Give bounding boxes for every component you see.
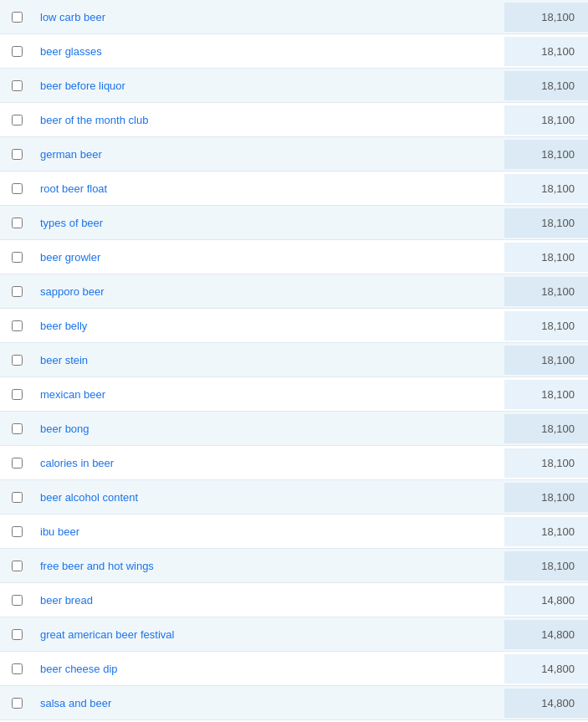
keyword-link[interactable]: types of beer <box>40 217 103 229</box>
keyword-link[interactable]: beer glasses <box>40 45 102 58</box>
row-checkbox[interactable] <box>12 423 23 434</box>
keyword-link[interactable]: beer bread <box>40 594 93 607</box>
keyword-link[interactable]: root beer float <box>40 182 107 195</box>
row-checkbox[interactable] <box>12 218 23 228</box>
checkbox-cell <box>0 320 33 331</box>
row-checkbox[interactable] <box>12 526 23 537</box>
keyword-link[interactable]: free beer and hot wings <box>40 560 154 572</box>
keyword-cell: ibu beer <box>33 517 504 546</box>
keyword-cell: types of beer <box>33 208 504 238</box>
keyword-link[interactable]: mexican beer <box>40 388 105 401</box>
row-checkbox[interactable] <box>12 663 23 674</box>
table-row: beer bong18,100 <box>0 412 588 446</box>
row-checkbox[interactable] <box>12 492 23 503</box>
keyword-cell: low carb beer <box>33 3 504 32</box>
volume-cell: 14,800 <box>504 689 588 718</box>
table-row: beer cheese dip14,800 <box>0 652 588 686</box>
checkbox-cell <box>0 355 33 366</box>
row-checkbox[interactable] <box>12 286 23 297</box>
keyword-link[interactable]: beer alcohol content <box>40 491 138 504</box>
checkbox-cell <box>0 80 33 91</box>
volume-cell: 14,800 <box>504 586 588 615</box>
table-row: types of beer18,100 <box>0 206 588 240</box>
checkbox-cell <box>0 595 33 606</box>
keyword-cell: beer belly <box>33 311 504 341</box>
volume-cell: 18,100 <box>504 380 588 409</box>
volume-cell: 14,800 <box>504 620 588 649</box>
table-row: beer alcohol content18,100 <box>0 480 588 515</box>
checkbox-cell <box>0 526 33 537</box>
table-row: beer glasses18,100 <box>0 34 588 69</box>
volume-cell: 14,800 <box>504 654 588 684</box>
keyword-link[interactable]: calories in beer <box>40 457 114 469</box>
table-row: great american beer festival14,800 <box>0 617 588 652</box>
row-checkbox[interactable] <box>12 183 23 194</box>
table-row: german beer18,100 <box>0 137 588 172</box>
table-row: beer bread14,800 <box>0 583 588 617</box>
keyword-link[interactable]: beer belly <box>40 320 87 332</box>
keyword-link[interactable]: german beer <box>40 148 102 161</box>
row-checkbox[interactable] <box>12 320 23 331</box>
row-checkbox[interactable] <box>12 149 23 160</box>
volume-cell: 18,100 <box>504 277 588 306</box>
keyword-cell: beer alcohol content <box>33 483 504 512</box>
keyword-cell: beer of the month club <box>33 105 504 135</box>
keyword-link[interactable]: sapporo beer <box>40 285 105 298</box>
keyword-link[interactable]: beer bong <box>40 422 89 435</box>
keyword-link[interactable]: beer growler <box>40 251 100 264</box>
table-row: beer stein18,100 <box>0 343 588 377</box>
checkbox-cell <box>0 12 33 23</box>
table-row: free beer and hot wings18,100 <box>0 549 588 583</box>
keyword-link[interactable]: salsa and beer <box>40 697 111 709</box>
row-checkbox[interactable] <box>12 252 23 263</box>
row-checkbox[interactable] <box>12 561 23 571</box>
keyword-link[interactable]: beer stein <box>40 354 88 366</box>
keyword-cell: beer cheese dip <box>33 654 504 684</box>
volume-cell: 18,100 <box>504 448 588 478</box>
keyword-link[interactable]: beer of the month club <box>40 114 148 126</box>
checkbox-cell <box>0 286 33 297</box>
keyword-link[interactable]: beer cheese dip <box>40 663 118 675</box>
row-checkbox[interactable] <box>12 355 23 366</box>
volume-cell: 18,100 <box>504 140 588 169</box>
checkbox-cell <box>0 218 33 228</box>
row-checkbox[interactable] <box>12 115 23 125</box>
keyword-cell: beer glasses <box>33 37 504 66</box>
table-row: sapporo beer18,100 <box>0 274 588 309</box>
checkbox-cell <box>0 492 33 503</box>
checkbox-cell <box>0 663 33 674</box>
volume-cell: 18,100 <box>504 105 588 135</box>
row-checkbox[interactable] <box>12 629 23 640</box>
keyword-link[interactable]: great american beer festival <box>40 628 174 641</box>
keyword-cell: beer growler <box>33 243 504 272</box>
row-checkbox[interactable] <box>12 80 23 91</box>
keyword-cell: beer bread <box>33 586 504 615</box>
row-checkbox[interactable] <box>12 458 23 469</box>
keyword-cell: salsa and beer <box>33 689 504 718</box>
row-checkbox[interactable] <box>12 595 23 606</box>
checkbox-cell <box>0 115 33 125</box>
table-row: calories in beer18,100 <box>0 446 588 480</box>
table-row: beer belly18,100 <box>0 309 588 343</box>
keyword-link[interactable]: beer before liquor <box>40 79 125 92</box>
row-checkbox[interactable] <box>12 698 23 709</box>
checkbox-cell <box>0 561 33 571</box>
row-checkbox[interactable] <box>12 12 23 23</box>
checkbox-cell <box>0 183 33 194</box>
row-checkbox[interactable] <box>12 389 23 400</box>
keyword-link[interactable]: low carb beer <box>40 11 105 23</box>
volume-cell: 18,100 <box>504 37 588 66</box>
row-checkbox[interactable] <box>12 46 23 57</box>
keyword-cell: calories in beer <box>33 448 504 478</box>
keyword-cell: german beer <box>33 140 504 169</box>
checkbox-cell <box>0 698 33 709</box>
table-row: beer growler18,100 <box>0 240 588 274</box>
volume-cell: 18,100 <box>504 414 588 443</box>
table-row: ibu beer18,100 <box>0 515 588 549</box>
keyword-cell: sapporo beer <box>33 277 504 306</box>
keyword-link[interactable]: ibu beer <box>40 525 79 538</box>
table-row: low carb beer18,100 <box>0 0 588 34</box>
keyword-cell: great american beer festival <box>33 620 504 649</box>
table-row: mexican beer18,100 <box>0 377 588 412</box>
volume-cell: 18,100 <box>504 551 588 581</box>
